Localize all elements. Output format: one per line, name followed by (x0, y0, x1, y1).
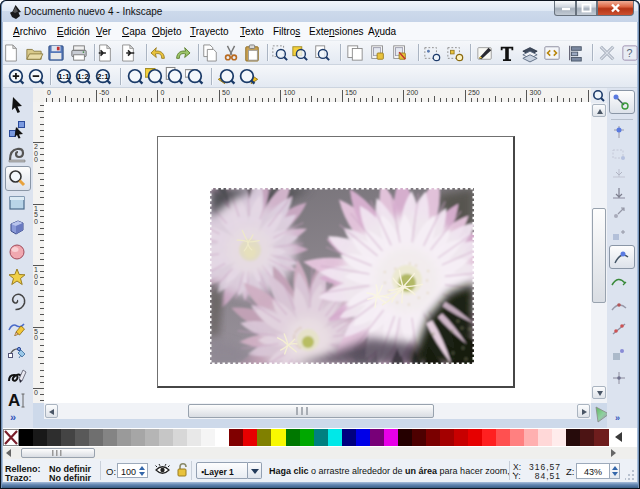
svg-text:1:1: 1:1 (58, 72, 70, 81)
svg-text:A: A (8, 391, 20, 410)
svg-text:?: ? (626, 47, 632, 59)
svg-text:1:2: 1:2 (77, 72, 89, 81)
svg-text:2:1: 2:1 (97, 72, 109, 81)
